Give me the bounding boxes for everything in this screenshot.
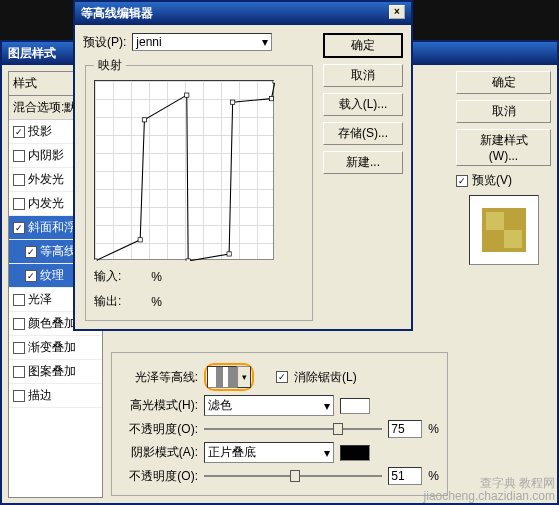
input-label: 输入:	[94, 268, 121, 285]
svg-rect-3	[185, 93, 189, 97]
svg-rect-5	[227, 252, 231, 256]
gloss-contour-dropdown[interactable]: ▾	[237, 366, 251, 388]
style-checkbox[interactable]	[13, 294, 25, 306]
style-checkbox[interactable]	[13, 342, 25, 354]
chevron-down-icon: ▾	[262, 35, 268, 49]
preset-select[interactable]: jenni▾	[132, 33, 272, 51]
gloss-contour-label: 光泽等高线:	[120, 369, 198, 386]
layer-style-right-column: 确定 取消 新建样式(W)... ✓ 预览(V)	[456, 71, 551, 498]
highlight-opacity-value[interactable]: 75	[388, 420, 422, 438]
contour-editor-dialog: 等高线编辑器 × 预设(P): jenni▾ 映射 输入: %	[73, 0, 413, 331]
shadow-opacity-slider[interactable]	[204, 468, 382, 484]
mapping-fieldset: 映射 输入: % 输出: %	[85, 57, 313, 321]
shadow-opacity-value[interactable]: 51	[388, 467, 422, 485]
highlight-mode-label: 高光模式(H):	[120, 397, 198, 414]
footer-watermark: 查字典 教程网 jiaocheng.chazidian.com	[424, 477, 555, 503]
style-label: 颜色叠加	[28, 315, 76, 332]
input-unit: %	[151, 270, 162, 284]
style-item-渐变叠加[interactable]: 渐变叠加	[9, 336, 102, 360]
svg-rect-7	[269, 97, 273, 101]
gloss-contour-swatch[interactable]	[207, 366, 237, 388]
style-label: 内阴影	[28, 147, 64, 164]
highlight-opacity-label: 不透明度(O):	[120, 421, 198, 438]
style-label: 纹理	[40, 267, 64, 284]
gloss-contour-highlight: ▾	[204, 363, 254, 391]
svg-rect-2	[142, 118, 146, 122]
shadow-opacity-label: 不透明度(O):	[120, 468, 198, 485]
svg-rect-0	[95, 259, 97, 261]
svg-rect-8	[273, 81, 275, 83]
contour-new-button[interactable]: 新建...	[323, 151, 403, 174]
preview-label: 预览(V)	[472, 172, 512, 189]
style-label: 光泽	[28, 291, 52, 308]
contour-save-button[interactable]: 存储(S)...	[323, 122, 403, 145]
preview-box	[469, 195, 539, 265]
style-label: 等高线	[40, 243, 76, 260]
style-checkbox[interactable]: ✓	[13, 126, 25, 138]
close-icon[interactable]: ×	[389, 5, 405, 19]
highlight-mode-select[interactable]: 滤色▾	[204, 395, 334, 416]
contour-editor-titlebar[interactable]: 等高线编辑器 ×	[75, 2, 411, 25]
style-checkbox[interactable]	[13, 198, 25, 210]
antialias-checkbox[interactable]: ✓	[276, 371, 288, 383]
chevron-down-icon: ▾	[324, 446, 330, 460]
mapping-legend: 映射	[94, 57, 126, 74]
output-label: 输出:	[94, 293, 121, 310]
style-label: 内发光	[28, 195, 64, 212]
svg-rect-6	[231, 100, 235, 104]
preset-label: 预设(P):	[83, 34, 126, 51]
preview-checkbox[interactable]: ✓	[456, 175, 468, 187]
preview-thumbnail	[482, 208, 526, 252]
style-checkbox[interactable]	[13, 390, 25, 402]
style-checkbox[interactable]	[13, 174, 25, 186]
style-checkbox[interactable]: ✓	[25, 270, 37, 282]
bevel-settings: 光泽等高线: ▾ ✓ 消除锯齿(L) 高光模式(H): 滤色▾ 不透明度(O):	[111, 352, 448, 496]
style-label: 图案叠加	[28, 363, 76, 380]
shadow-color-swatch[interactable]	[340, 445, 370, 461]
contour-graph[interactable]	[94, 80, 274, 260]
svg-rect-1	[138, 238, 142, 242]
shadow-mode-label: 阴影模式(A):	[120, 444, 198, 461]
style-checkbox[interactable]	[13, 150, 25, 162]
ok-button[interactable]: 确定	[456, 71, 551, 94]
style-item-图案叠加[interactable]: 图案叠加	[9, 360, 102, 384]
cancel-button[interactable]: 取消	[456, 100, 551, 123]
style-label: 描边	[28, 387, 52, 404]
antialias-label: 消除锯齿(L)	[294, 369, 357, 386]
shadow-mode-select[interactable]: 正片叠底▾	[204, 442, 334, 463]
style-checkbox[interactable]	[13, 366, 25, 378]
contour-cancel-button[interactable]: 取消	[323, 64, 403, 87]
svg-rect-4	[186, 259, 190, 261]
chevron-down-icon: ▾	[324, 399, 330, 413]
output-unit: %	[151, 295, 162, 309]
style-checkbox[interactable]: ✓	[13, 222, 25, 234]
contour-load-button[interactable]: 载入(L)...	[323, 93, 403, 116]
contour-ok-button[interactable]: 确定	[323, 33, 403, 58]
style-checkbox[interactable]	[13, 318, 25, 330]
style-label: 外发光	[28, 171, 64, 188]
style-label: 投影	[28, 123, 52, 140]
highlight-color-swatch[interactable]	[340, 398, 370, 414]
style-item-描边[interactable]: 描边	[9, 384, 102, 408]
style-checkbox[interactable]: ✓	[25, 246, 37, 258]
style-label: 渐变叠加	[28, 339, 76, 356]
highlight-opacity-slider[interactable]	[204, 421, 382, 437]
new-style-button[interactable]: 新建样式(W)...	[456, 129, 551, 166]
